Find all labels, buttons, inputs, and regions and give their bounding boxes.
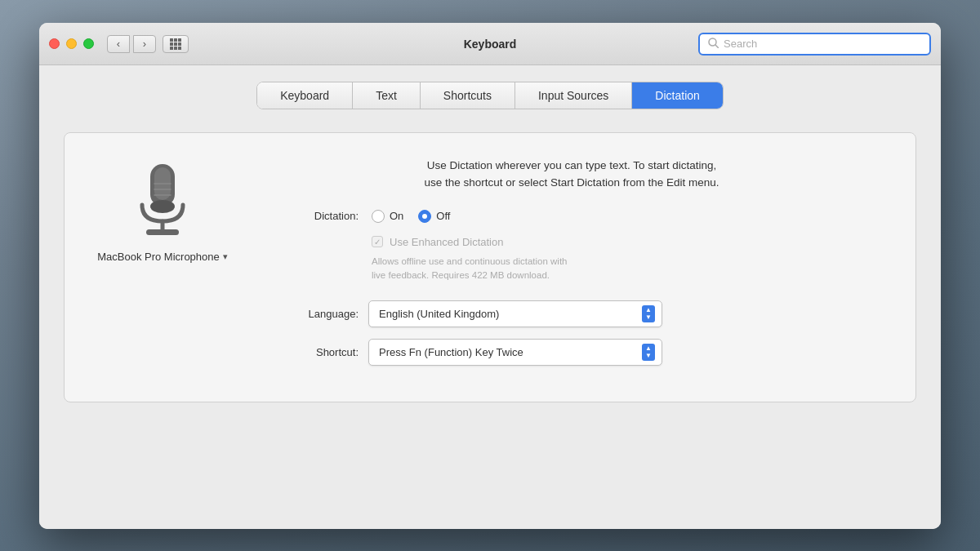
enhanced-checkbox[interactable]: ✓ xyxy=(372,236,383,247)
enhanced-desc-line1: Allows offline use and continuous dictat… xyxy=(372,256,568,266)
forward-icon: › xyxy=(143,38,146,50)
chevron-down-icon: ▼ xyxy=(645,314,652,321)
grid-dot xyxy=(170,38,173,42)
microphone-name: MacBook Pro Microphone xyxy=(97,251,220,263)
enhanced-dictation-label: Use Enhanced Dictation xyxy=(390,236,503,248)
dictation-radio-group: On Off xyxy=(372,210,450,223)
maximize-button[interactable] xyxy=(83,38,94,49)
microphone-icon xyxy=(130,158,195,239)
microphone-label[interactable]: MacBook Pro Microphone ▾ xyxy=(97,251,228,263)
svg-line-1 xyxy=(715,45,719,48)
shortcut-dropdown-arrows: ▲ ▼ xyxy=(642,344,655,361)
tab-keyboard[interactable]: Keyboard xyxy=(257,82,353,109)
svg-point-4 xyxy=(150,200,175,213)
close-button[interactable] xyxy=(49,38,60,49)
titlebar: ‹ › Keyboard xyxy=(39,23,941,65)
radio-on-circle[interactable] xyxy=(372,210,385,223)
tab-shortcuts[interactable]: Shortcuts xyxy=(421,82,515,109)
grid-dot xyxy=(178,42,181,46)
language-row: Language: English (United Kingdom) ▲ ▼ xyxy=(261,300,883,327)
back-button[interactable]: ‹ xyxy=(107,35,130,53)
chevron-up-icon: ▲ xyxy=(645,307,652,313)
shortcut-dropdown[interactable]: Press Fn (Function) Key Twice ▲ ▼ xyxy=(368,339,662,366)
grid-dot xyxy=(174,47,177,50)
tab-input-sources[interactable]: Input Sources xyxy=(515,82,632,109)
grid-dot xyxy=(178,47,181,50)
back-icon: ‹ xyxy=(117,38,120,50)
dictation-label: Dictation: xyxy=(293,210,359,222)
enhanced-dictation-row: ✓ Use Enhanced Dictation xyxy=(261,236,883,248)
radio-on[interactable]: On xyxy=(372,210,403,223)
enhanced-desc-line2: live feedback. Requires 422 MB download. xyxy=(372,270,550,280)
grid-dot xyxy=(170,47,173,50)
microphone-section: MacBook Pro Microphone ▾ xyxy=(97,158,228,263)
search-icon xyxy=(708,38,719,51)
dictation-toggle-row: Dictation: On Off xyxy=(261,210,883,223)
grid-dot xyxy=(178,38,181,42)
search-box[interactable] xyxy=(698,33,931,56)
settings-section: Use Dictation wherever you can type text… xyxy=(261,158,883,377)
microphone-chevron-icon: ▾ xyxy=(223,251,228,262)
search-input[interactable] xyxy=(724,38,921,50)
tab-dictation[interactable]: Dictation xyxy=(632,82,722,109)
checkbox-check-icon: ✓ xyxy=(374,238,381,247)
language-value: English (United Kingdom) xyxy=(379,308,499,320)
nav-buttons: ‹ › xyxy=(107,35,156,53)
main-panel: MacBook Pro Microphone ▾ Use Dictation w… xyxy=(64,132,916,402)
forward-button[interactable]: › xyxy=(133,35,156,53)
minimize-button[interactable] xyxy=(66,38,77,49)
enhanced-description: Allows offline use and continuous dictat… xyxy=(261,255,883,283)
shortcut-row: Shortcut: Press Fn (Function) Key Twice … xyxy=(261,339,883,366)
radio-off-label: Off xyxy=(436,210,450,222)
tab-text[interactable]: Text xyxy=(353,82,421,109)
chevron-up-icon: ▲ xyxy=(645,345,652,352)
content-area: Keyboard Text Shortcuts Input Sources Di… xyxy=(39,65,941,529)
description-line1: Use Dictation wherever you can type text… xyxy=(427,159,717,171)
shortcut-label: Shortcut: xyxy=(293,346,359,358)
description-line2: use the shortcut or select Start Dictati… xyxy=(425,176,719,189)
enhanced-checkbox-wrapper[interactable]: ✓ Use Enhanced Dictation xyxy=(372,236,503,248)
grid-button[interactable] xyxy=(163,35,189,53)
grid-dot xyxy=(170,42,173,46)
language-dropdown[interactable]: English (United Kingdom) ▲ ▼ xyxy=(368,300,662,327)
radio-on-label: On xyxy=(390,210,403,222)
language-label: Language: xyxy=(293,308,359,320)
traffic-lights xyxy=(49,38,94,49)
svg-rect-6 xyxy=(146,229,179,235)
window-title: Keyboard xyxy=(464,38,517,51)
chevron-down-icon: ▼ xyxy=(645,353,652,359)
grid-dot xyxy=(174,42,177,46)
tab-bar: Keyboard Text Shortcuts Input Sources Di… xyxy=(256,82,724,109)
radio-off[interactable]: Off xyxy=(418,210,450,223)
description-text: Use Dictation wherever you can type text… xyxy=(261,158,883,192)
grid-icon xyxy=(170,38,181,50)
window: ‹ › Keyboard xyxy=(39,23,941,529)
language-dropdown-arrows: ▲ ▼ xyxy=(642,305,655,322)
shortcut-value: Press Fn (Function) Key Twice xyxy=(379,346,523,358)
radio-off-circle[interactable] xyxy=(418,210,431,223)
grid-dot xyxy=(174,38,177,42)
